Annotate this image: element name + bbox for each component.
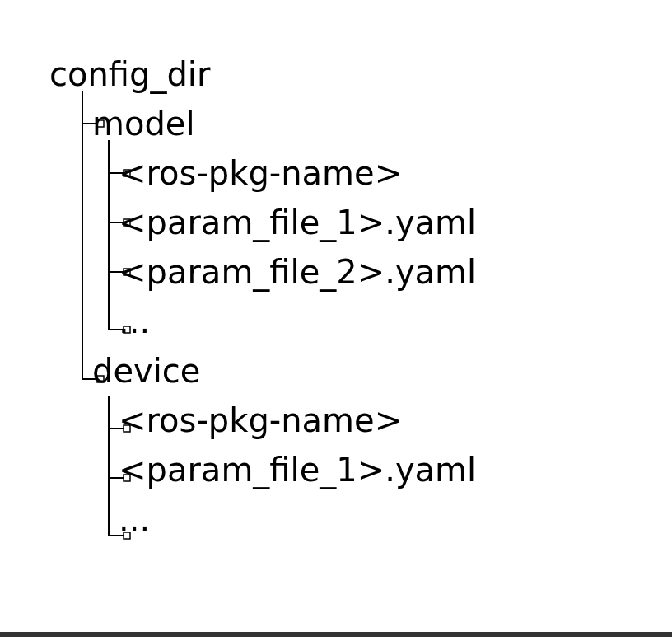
node-label: <ros-pkg-name> — [96, 148, 402, 198]
tree-node-model-more: ... — [96, 297, 639, 346]
tree-node-model-param2: <param_file_2>.yaml — [96, 247, 639, 297]
tree-node-model-pkg: <ros-pkg-name> — [96, 148, 639, 198]
node-label: ... — [96, 297, 150, 346]
tree-root: config_dir — [49, 49, 639, 99]
bottom-border — [0, 632, 672, 637]
tree-node-device-pkg: <ros-pkg-name> — [96, 396, 639, 445]
node-label: device — [69, 346, 200, 396]
tree-node-device-param1: <param_file_1>.yaml — [96, 445, 639, 494]
tree-node-device-more: ... — [96, 494, 639, 544]
node-label: model — [69, 99, 195, 148]
node-label: <param_file_1>.yaml — [96, 445, 476, 494]
directory-tree: config_dir model <ros-pkg-name> <param_f… — [49, 49, 639, 544]
node-label: <param_file_2>.yaml — [96, 247, 476, 297]
node-label: ... — [96, 494, 150, 544]
root-label: config_dir — [49, 49, 210, 99]
tree-node-model: model — [69, 99, 639, 148]
tree-node-model-param1: <param_file_1>.yaml — [96, 198, 639, 247]
node-label: <ros-pkg-name> — [96, 396, 402, 445]
node-label: <param_file_1>.yaml — [96, 198, 476, 247]
tree-node-device: device — [69, 346, 639, 396]
